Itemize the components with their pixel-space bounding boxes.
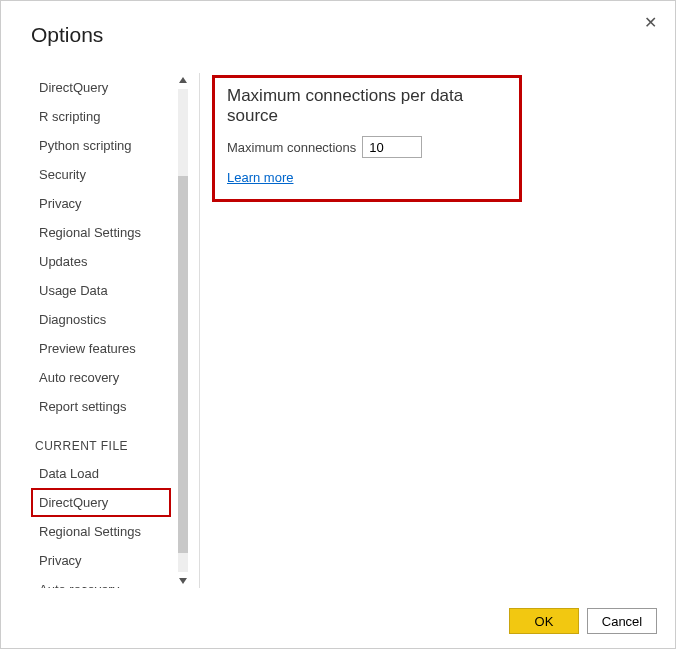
sidebar-scrollbar[interactable] (175, 73, 191, 588)
sidebar-item-privacy-global[interactable]: Privacy (31, 189, 171, 218)
learn-more-link[interactable]: Learn more (227, 170, 293, 185)
sidebar-item-privacy-file[interactable]: Privacy (31, 546, 171, 575)
sidebar-item-auto-recovery-global[interactable]: Auto recovery (31, 363, 171, 392)
cancel-button[interactable]: Cancel (587, 608, 657, 634)
sidebar-item-security[interactable]: Security (31, 160, 171, 189)
scroll-thumb[interactable] (178, 176, 188, 553)
scroll-down-icon[interactable] (176, 574, 190, 588)
sidebar-item-python-scripting[interactable]: Python scripting (31, 131, 171, 160)
sidebar-item-preview-features[interactable]: Preview features (31, 334, 171, 363)
options-dialog: ✕ Options DirectQuery R scripting Python… (0, 0, 676, 649)
sidebar-item-usage-data[interactable]: Usage Data (31, 276, 171, 305)
sidebar-item-updates[interactable]: Updates (31, 247, 171, 276)
ok-button[interactable]: OK (509, 608, 579, 634)
content-heading: Maximum connections per data source (227, 86, 507, 126)
sidebar-section-current-file: CURRENT FILE (31, 421, 171, 459)
scroll-up-icon[interactable] (176, 73, 190, 87)
sidebar: DirectQuery R scripting Python scripting… (31, 73, 171, 588)
max-connections-input[interactable] (362, 136, 422, 158)
max-connections-label: Maximum connections (227, 140, 356, 155)
close-icon: ✕ (644, 14, 657, 31)
sidebar-item-directquery-global[interactable]: DirectQuery (31, 73, 171, 102)
scroll-track[interactable] (178, 89, 188, 572)
sidebar-item-r-scripting[interactable]: R scripting (31, 102, 171, 131)
close-button[interactable]: ✕ (636, 9, 665, 36)
highlight-box: Maximum connections per data source Maxi… (212, 75, 522, 202)
sidebar-item-auto-recovery-file[interactable]: Auto recovery (31, 575, 171, 588)
sidebar-item-regional-global[interactable]: Regional Settings (31, 218, 171, 247)
vertical-divider (199, 73, 200, 588)
content-panel: Maximum connections per data source Maxi… (212, 73, 655, 588)
dialog-title: Options (1, 1, 675, 47)
sidebar-item-diagnostics[interactable]: Diagnostics (31, 305, 171, 334)
sidebar-item-directquery-file[interactable]: DirectQuery (31, 488, 171, 517)
sidebar-item-report-settings[interactable]: Report settings (31, 392, 171, 421)
sidebar-item-regional-file[interactable]: Regional Settings (31, 517, 171, 546)
sidebar-item-data-load[interactable]: Data Load (31, 459, 171, 488)
